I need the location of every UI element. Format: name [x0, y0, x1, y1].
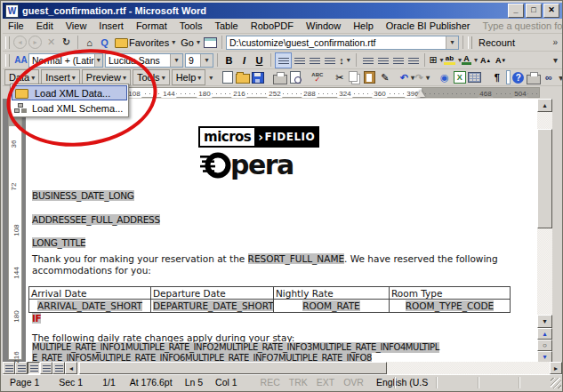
- toolbar-grip[interactable]: [468, 36, 472, 49]
- if-form-field-marker[interactable]: IF: [32, 313, 41, 324]
- line-spacing-button[interactable]: ↕ ▾: [337, 53, 352, 68]
- insert-hyperlink-icon[interactable]: ◉: [437, 70, 452, 84]
- horizontal-scroll-thumb[interactable]: [79, 362, 387, 374]
- toolbar-options-icon[interactable]: ▾: [209, 74, 213, 82]
- document-page[interactable]: micros › FIDELIO pera BUSINESS_DATE_LONG…: [26, 99, 537, 362]
- field-multiple-rate-line1[interactable]: MULTIPLE_RATE_INFO1MULTIPLE_RATE_INFO2MU…: [32, 342, 439, 353]
- field-addressee-address[interactable]: ADDRESSEE_FULL_ADDRESS: [32, 214, 160, 225]
- align-right-button[interactable]: [307, 53, 322, 68]
- open-button[interactable]: [235, 70, 250, 84]
- favorites-menu[interactable]: Favorites ▾: [115, 36, 175, 50]
- search-web-icon[interactable]: Q: [97, 36, 112, 50]
- styles-and-formatting-icon[interactable]: AA: [13, 53, 28, 68]
- field-arrival-date[interactable]: ARRIVAL_DATE_SHORT: [37, 300, 142, 311]
- field-room-type-code[interactable]: ROOM_TYPE_CODE: [406, 300, 495, 311]
- save-button[interactable]: [250, 70, 265, 84]
- insert-excel-button[interactable]: X: [452, 70, 467, 84]
- home-icon[interactable]: ⌂: [82, 36, 97, 50]
- decrease-indent-button[interactable]: [390, 53, 406, 68]
- bullet-list-button[interactable]: [375, 53, 390, 68]
- vertical-ruler[interactable]: 36 72 108 144 180 216: [8, 100, 22, 360]
- close-button[interactable]: ✕: [543, 4, 559, 18]
- go-menu[interactable]: Go ▾: [181, 36, 200, 50]
- help-button[interactable]: ?: [511, 70, 526, 84]
- menu-item-load-xml-schema[interactable]: Load XML Schema...: [12, 100, 127, 116]
- scroll-left-icon[interactable]: ◂: [65, 362, 77, 374]
- outline-view-button[interactable]: [40, 362, 52, 374]
- undo-button[interactable]: ↶ ▾: [399, 70, 414, 84]
- menu-robopdf[interactable]: RoboPDF: [251, 20, 294, 31]
- toolbar-grip[interactable]: [5, 54, 10, 67]
- chevron-down-icon[interactable]: ▾: [170, 54, 182, 67]
- redo-button[interactable]: ↷ ▾: [414, 70, 430, 84]
- scroll-down-icon[interactable]: ▾: [537, 315, 552, 328]
- font-color-button[interactable]: A ▾: [462, 53, 478, 68]
- menu-view[interactable]: View: [66, 20, 87, 31]
- back-icon[interactable]: ◂: [13, 36, 27, 49]
- address-combobox[interactable]: D:\customize\guest_confirmation.rtf ▾: [226, 36, 459, 50]
- indent-marker[interactable]: [416, 90, 425, 97]
- field-resort-full-name[interactable]: RESORT_FULL_NAME: [248, 253, 344, 264]
- field-long-title[interactable]: LONG_TITLE: [32, 237, 85, 248]
- align-center-button[interactable]: [292, 53, 307, 68]
- menu-window[interactable]: Window: [306, 20, 341, 31]
- increase-indent-button[interactable]: [406, 53, 421, 68]
- menu-insert[interactable]: Insert: [99, 20, 124, 31]
- toolbar-options-icon[interactable]: »: [550, 37, 560, 47]
- maximize-button[interactable]: □: [526, 4, 542, 18]
- show-web-toolbar-icon[interactable]: [203, 36, 218, 50]
- tools-menu-button[interactable]: Tools ▾: [133, 69, 170, 85]
- resize-grip[interactable]: [551, 378, 561, 388]
- web-layout-view-button[interactable]: [15, 362, 28, 374]
- toolbar-options-icon[interactable]: ▾: [551, 55, 560, 65]
- menu-help[interactable]: Help: [353, 20, 374, 31]
- menu-file[interactable]: File: [8, 20, 24, 31]
- menu-oracle-bi-publisher[interactable]: Oracle BI Publisher: [386, 20, 471, 31]
- previous-page-icon[interactable]: ▴: [537, 328, 552, 340]
- field-multiple-rate-line2[interactable]: E_RATE_INFO5MULTIPLE_RATE_INFO6MULTIPLE_…: [32, 353, 372, 363]
- format-painter-button[interactable]: ✎: [377, 70, 392, 84]
- vertical-scrollbar[interactable]: ▴ ▾ ▴ ○ ▾: [537, 99, 552, 362]
- menu-table[interactable]: Table: [214, 20, 237, 31]
- question-help-box[interactable]: Type a question for help: [483, 20, 563, 31]
- forward-icon[interactable]: ▸: [28, 36, 42, 49]
- highlight-button[interactable]: ab ▾: [444, 53, 462, 68]
- robopdf-print-button[interactable]: [526, 70, 541, 84]
- justify-button[interactable]: [322, 53, 337, 68]
- scroll-right-icon[interactable]: ▸: [550, 362, 562, 374]
- toolbar-options-icon[interactable]: ▾: [556, 73, 563, 83]
- minimize-button[interactable]: _: [508, 4, 524, 18]
- normal-view-button[interactable]: [3, 362, 15, 374]
- stop-icon[interactable]: ✕: [44, 36, 59, 50]
- insert-table-button[interactable]: [467, 70, 482, 84]
- print-button[interactable]: [272, 70, 287, 84]
- find-binoculars-icon[interactable]: ∞: [541, 70, 556, 84]
- new-document-button[interactable]: [220, 70, 235, 84]
- menu-format[interactable]: Format: [136, 20, 167, 31]
- field-departure-date[interactable]: DEPARTURE_DATE_SHORT: [153, 300, 274, 311]
- menu-edit[interactable]: Edit: [36, 20, 53, 31]
- borders-button[interactable]: ⊞ ▾: [429, 53, 444, 68]
- menu-tools[interactable]: Tools: [180, 20, 203, 31]
- horizontal-scrollbar[interactable]: ◂ ▸: [3, 362, 562, 374]
- field-business-date[interactable]: BUSINESS_DATE_LONG: [32, 190, 134, 201]
- copy-button[interactable]: [347, 70, 362, 84]
- paste-button[interactable]: [362, 70, 377, 84]
- font-size-combobox[interactable]: 9 ▾: [185, 53, 213, 68]
- bold-button[interactable]: B: [221, 53, 237, 68]
- underline-button[interactable]: U: [252, 53, 267, 68]
- grow-font-button[interactable]: A ▴: [478, 53, 493, 68]
- select-browse-object-icon[interactable]: ○: [537, 340, 552, 351]
- status-rec-toggle[interactable]: REC: [261, 377, 280, 388]
- status-ext-toggle[interactable]: EXT: [317, 377, 334, 388]
- vertical-scroll-thumb[interactable]: [537, 129, 552, 228]
- style-combobox[interactable]: Normal + (Latir ▾: [28, 53, 103, 68]
- chevron-down-icon[interactable]: ▾: [94, 54, 102, 67]
- recount-button[interactable]: Recount: [479, 37, 515, 48]
- spelling-button[interactable]: ABC ✓: [310, 70, 325, 84]
- show-hide-pilcrow-button[interactable]: ¶: [489, 70, 504, 84]
- chevron-down-icon[interactable]: ▾: [200, 54, 213, 67]
- menu-item-load-xml-data[interactable]: Load XML Data...: [12, 85, 127, 100]
- print-layout-view-button[interactable]: [28, 362, 40, 374]
- help-menu-button[interactable]: Help ▾: [172, 69, 206, 85]
